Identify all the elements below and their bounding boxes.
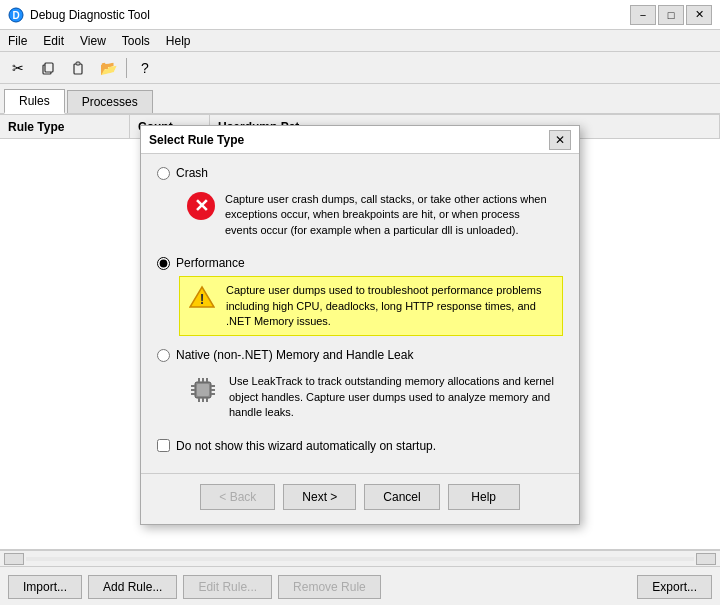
svg-rect-15 <box>206 398 208 402</box>
app-icon: D <box>8 7 24 23</box>
tab-rules[interactable]: Rules <box>4 89 65 114</box>
minimize-button[interactable]: − <box>630 5 656 25</box>
svg-rect-10 <box>198 378 200 382</box>
svg-rect-12 <box>206 378 208 382</box>
toolbar-separator <box>126 58 127 78</box>
menu-edit[interactable]: Edit <box>35 32 72 50</box>
no-wizard-checkbox[interactable] <box>157 439 170 452</box>
close-button[interactable]: ✕ <box>686 5 712 25</box>
svg-rect-3 <box>45 63 53 72</box>
menu-bar: File Edit View Tools Help <box>0 30 720 52</box>
crash-label[interactable]: Crash <box>176 166 208 180</box>
app-title: Debug Diagnostic Tool <box>30 8 630 22</box>
select-rule-type-dialog: Select Rule Type ✕ Crash ✕ Capture user … <box>140 125 580 525</box>
chip-icon <box>187 374 219 406</box>
svg-rect-17 <box>191 389 195 391</box>
menu-file[interactable]: File <box>0 32 35 50</box>
svg-text:D: D <box>12 10 19 21</box>
svg-rect-9 <box>197 384 209 396</box>
menu-tools[interactable]: Tools <box>114 32 158 50</box>
performance-option-row: Performance <box>157 256 563 270</box>
tabs-bar: Rules Processes <box>0 84 720 115</box>
content-area: Rule Type Count Userdump Pat Import... A… <box>0 115 720 605</box>
crash-option-row: Crash <box>157 166 563 180</box>
menu-view[interactable]: View <box>72 32 114 50</box>
crash-radio[interactable] <box>157 167 170 180</box>
checkbox-row: Do not show this wizard automatically on… <box>157 439 563 453</box>
toolbar-copy[interactable] <box>34 55 62 81</box>
crash-description: ✕ Capture user crash dumps, call stacks,… <box>179 186 563 244</box>
back-button[interactable]: < Back <box>200 484 275 510</box>
help-button[interactable]: Help <box>448 484 520 510</box>
toolbar: ✂ 📂 ? <box>0 52 720 84</box>
modal-title-bar: Select Rule Type ✕ <box>141 126 579 154</box>
modal-close-button[interactable]: ✕ <box>549 130 571 150</box>
memory-desc-text: Use LeakTrack to track outstanding memor… <box>229 374 555 420</box>
svg-rect-14 <box>202 398 204 402</box>
tab-processes[interactable]: Processes <box>67 90 153 113</box>
next-button[interactable]: Next > <box>283 484 356 510</box>
toolbar-cut[interactable]: ✂ <box>4 55 32 81</box>
error-icon: ✕ <box>187 192 215 220</box>
toolbar-help[interactable]: ? <box>131 55 159 81</box>
performance-description: ! Capture user dumps used to troubleshoo… <box>179 276 563 336</box>
performance-radio[interactable] <box>157 257 170 270</box>
modal-body: Crash ✕ Capture user crash dumps, call s… <box>141 154 579 473</box>
svg-rect-13 <box>198 398 200 402</box>
svg-rect-21 <box>211 393 215 395</box>
memory-option-row: Native (non-.NET) Memory and Handle Leak <box>157 348 563 362</box>
svg-rect-20 <box>211 389 215 391</box>
modal-title: Select Rule Type <box>149 133 549 147</box>
menu-help[interactable]: Help <box>158 32 199 50</box>
svg-rect-18 <box>191 393 195 395</box>
memory-radio[interactable] <box>157 349 170 362</box>
toolbar-open[interactable]: 📂 <box>94 55 122 81</box>
cancel-button[interactable]: Cancel <box>364 484 439 510</box>
maximize-button[interactable]: □ <box>658 5 684 25</box>
memory-description: Use LeakTrack to track outstanding memor… <box>179 368 563 426</box>
svg-rect-11 <box>202 378 204 382</box>
modal-footer: < Back Next > Cancel Help <box>141 473 579 524</box>
svg-text:!: ! <box>200 291 205 307</box>
memory-label[interactable]: Native (non-.NET) Memory and Handle Leak <box>176 348 413 362</box>
no-wizard-label[interactable]: Do not show this wizard automatically on… <box>176 439 436 453</box>
window-controls: − □ ✕ <box>630 5 712 25</box>
svg-rect-16 <box>191 385 195 387</box>
toolbar-paste[interactable] <box>64 55 92 81</box>
performance-label[interactable]: Performance <box>176 256 245 270</box>
warning-icon: ! <box>188 283 216 311</box>
crash-desc-text: Capture user crash dumps, call stacks, o… <box>225 192 555 238</box>
performance-desc-text: Capture user dumps used to troubleshoot … <box>226 283 554 329</box>
svg-rect-5 <box>76 62 80 65</box>
title-bar: D Debug Diagnostic Tool − □ ✕ <box>0 0 720 30</box>
modal-overlay: Select Rule Type ✕ Crash ✕ Capture user … <box>0 115 720 605</box>
svg-rect-19 <box>211 385 215 387</box>
